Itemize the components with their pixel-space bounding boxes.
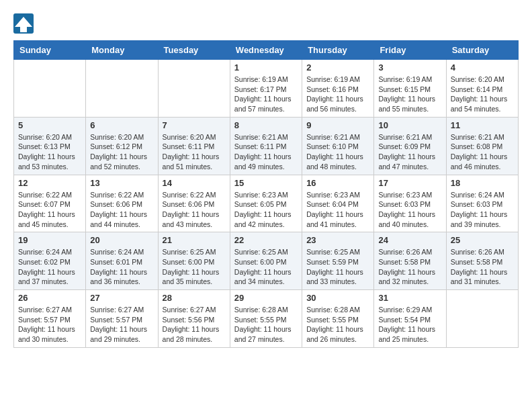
cell-info: Sunrise: 6:20 AM Sunset: 6:14 PM Dayligh… xyxy=(451,75,514,114)
calendar-cell: 27Sunrise: 6:27 AM Sunset: 5:57 PM Dayli… xyxy=(86,290,158,348)
calendar-cell: 9Sunrise: 6:21 AM Sunset: 6:10 PM Daylig… xyxy=(302,117,374,175)
weekday-header-saturday: Saturday xyxy=(446,41,518,60)
cell-info: Sunrise: 6:20 AM Sunset: 6:12 PM Dayligh… xyxy=(90,132,153,172)
calendar-cell: 7Sunrise: 6:20 AM Sunset: 6:11 PM Daylig… xyxy=(158,117,230,175)
calendar-cell: 19Sunrise: 6:24 AM Sunset: 6:02 PM Dayli… xyxy=(14,232,86,290)
weekday-header-friday: Friday xyxy=(374,41,446,60)
day-number: 7 xyxy=(163,120,226,130)
weekday-header-wednesday: Wednesday xyxy=(230,41,302,60)
calendar-cell: 10Sunrise: 6:21 AM Sunset: 6:09 PM Dayli… xyxy=(374,117,446,175)
weekday-header-thursday: Thursday xyxy=(302,41,374,60)
cell-info: Sunrise: 6:28 AM Sunset: 5:55 PM Dayligh… xyxy=(306,305,369,345)
calendar-cell: 8Sunrise: 6:21 AM Sunset: 6:11 PM Daylig… xyxy=(230,117,302,175)
logo-icon xyxy=(13,13,34,34)
cell-info: Sunrise: 6:19 AM Sunset: 6:17 PM Dayligh… xyxy=(234,75,298,114)
calendar-cell: 22Sunrise: 6:25 AM Sunset: 6:00 PM Dayli… xyxy=(230,232,302,290)
day-number: 2 xyxy=(306,62,369,73)
weekday-header-tuesday: Tuesday xyxy=(158,41,230,60)
calendar-cell: 13Sunrise: 6:22 AM Sunset: 6:06 PM Dayli… xyxy=(86,175,158,232)
weekday-header-row: SundayMondayTuesdayWednesdayThursdayFrid… xyxy=(14,41,519,60)
calendar-cell: 25Sunrise: 6:26 AM Sunset: 5:58 PM Dayli… xyxy=(446,232,518,290)
cell-info: Sunrise: 6:21 AM Sunset: 6:08 PM Dayligh… xyxy=(451,132,514,172)
cell-info: Sunrise: 6:27 AM Sunset: 5:56 PM Dayligh… xyxy=(163,305,226,345)
day-number: 6 xyxy=(90,120,153,130)
day-number: 10 xyxy=(378,120,441,130)
day-number: 19 xyxy=(18,235,81,245)
logo xyxy=(13,13,36,34)
day-number: 9 xyxy=(306,120,369,130)
calendar-cell: 26Sunrise: 6:27 AM Sunset: 5:57 PM Dayli… xyxy=(14,290,86,348)
calendar-cell: 1Sunrise: 6:19 AM Sunset: 6:17 PM Daylig… xyxy=(230,60,302,118)
cell-info: Sunrise: 6:25 AM Sunset: 6:00 PM Dayligh… xyxy=(163,247,226,287)
calendar-cell: 2Sunrise: 6:19 AM Sunset: 6:16 PM Daylig… xyxy=(302,60,374,118)
calendar-cell: 23Sunrise: 6:25 AM Sunset: 5:59 PM Dayli… xyxy=(302,232,374,290)
calendar-cell: 11Sunrise: 6:21 AM Sunset: 6:08 PM Dayli… xyxy=(446,117,518,175)
weekday-header-sunday: Sunday xyxy=(14,41,86,60)
weekday-header-monday: Monday xyxy=(86,41,158,60)
day-number: 30 xyxy=(306,293,369,303)
day-number: 8 xyxy=(234,120,298,130)
cell-info: Sunrise: 6:23 AM Sunset: 6:05 PM Dayligh… xyxy=(234,190,298,230)
day-number: 1 xyxy=(234,62,298,73)
week-row-2: 5Sunrise: 6:20 AM Sunset: 6:13 PM Daylig… xyxy=(14,117,519,175)
day-number: 11 xyxy=(451,120,514,130)
calendar-cell xyxy=(14,60,86,118)
cell-info: Sunrise: 6:20 AM Sunset: 6:11 PM Dayligh… xyxy=(163,132,226,172)
calendar-cell: 17Sunrise: 6:23 AM Sunset: 6:03 PM Dayli… xyxy=(374,175,446,232)
calendar-cell: 12Sunrise: 6:22 AM Sunset: 6:07 PM Dayli… xyxy=(14,175,86,232)
cell-info: Sunrise: 6:22 AM Sunset: 6:06 PM Dayligh… xyxy=(163,190,226,230)
cell-info: Sunrise: 6:26 AM Sunset: 5:58 PM Dayligh… xyxy=(378,247,441,287)
page-header xyxy=(13,13,519,34)
calendar-cell: 15Sunrise: 6:23 AM Sunset: 6:05 PM Dayli… xyxy=(230,175,302,232)
cell-info: Sunrise: 6:27 AM Sunset: 5:57 PM Dayligh… xyxy=(18,305,81,345)
calendar-cell: 5Sunrise: 6:20 AM Sunset: 6:13 PM Daylig… xyxy=(14,117,86,175)
cell-info: Sunrise: 6:19 AM Sunset: 6:15 PM Dayligh… xyxy=(378,75,441,114)
calendar-cell: 3Sunrise: 6:19 AM Sunset: 6:15 PM Daylig… xyxy=(374,60,446,118)
day-number: 31 xyxy=(378,293,441,303)
cell-info: Sunrise: 6:28 AM Sunset: 5:55 PM Dayligh… xyxy=(234,305,298,345)
week-row-5: 26Sunrise: 6:27 AM Sunset: 5:57 PM Dayli… xyxy=(14,290,519,348)
cell-info: Sunrise: 6:23 AM Sunset: 6:04 PM Dayligh… xyxy=(306,190,369,230)
day-number: 14 xyxy=(163,178,226,188)
cell-info: Sunrise: 6:29 AM Sunset: 5:54 PM Dayligh… xyxy=(378,305,441,345)
day-number: 16 xyxy=(306,178,369,188)
day-number: 13 xyxy=(90,178,153,188)
day-number: 26 xyxy=(18,293,81,303)
week-row-4: 19Sunrise: 6:24 AM Sunset: 6:02 PM Dayli… xyxy=(14,232,519,290)
cell-info: Sunrise: 6:21 AM Sunset: 6:10 PM Dayligh… xyxy=(306,132,369,172)
calendar-cell: 14Sunrise: 6:22 AM Sunset: 6:06 PM Dayli… xyxy=(158,175,230,232)
day-number: 17 xyxy=(378,178,441,188)
cell-info: Sunrise: 6:27 AM Sunset: 5:57 PM Dayligh… xyxy=(90,305,153,345)
day-number: 24 xyxy=(378,235,441,245)
day-number: 29 xyxy=(234,293,298,303)
week-row-3: 12Sunrise: 6:22 AM Sunset: 6:07 PM Dayli… xyxy=(14,175,519,232)
day-number: 28 xyxy=(163,293,226,303)
cell-info: Sunrise: 6:20 AM Sunset: 6:13 PM Dayligh… xyxy=(18,132,81,172)
cell-info: Sunrise: 6:22 AM Sunset: 6:07 PM Dayligh… xyxy=(18,190,81,230)
calendar-cell: 6Sunrise: 6:20 AM Sunset: 6:12 PM Daylig… xyxy=(86,117,158,175)
calendar-cell: 28Sunrise: 6:27 AM Sunset: 5:56 PM Dayli… xyxy=(158,290,230,348)
cell-info: Sunrise: 6:21 AM Sunset: 6:11 PM Dayligh… xyxy=(234,132,298,172)
calendar-cell xyxy=(446,290,518,348)
cell-info: Sunrise: 6:25 AM Sunset: 5:59 PM Dayligh… xyxy=(306,247,369,287)
calendar-cell: 29Sunrise: 6:28 AM Sunset: 5:55 PM Dayli… xyxy=(230,290,302,348)
cell-info: Sunrise: 6:25 AM Sunset: 6:00 PM Dayligh… xyxy=(234,247,298,287)
calendar-cell: 24Sunrise: 6:26 AM Sunset: 5:58 PM Dayli… xyxy=(374,232,446,290)
day-number: 18 xyxy=(451,178,514,188)
calendar-body: 1Sunrise: 6:19 AM Sunset: 6:17 PM Daylig… xyxy=(14,60,519,348)
calendar-cell xyxy=(86,60,158,118)
day-number: 20 xyxy=(90,235,153,245)
calendar-cell: 21Sunrise: 6:25 AM Sunset: 6:00 PM Dayli… xyxy=(158,232,230,290)
cell-info: Sunrise: 6:21 AM Sunset: 6:09 PM Dayligh… xyxy=(378,132,441,172)
cell-info: Sunrise: 6:24 AM Sunset: 6:02 PM Dayligh… xyxy=(18,247,81,287)
calendar-cell: 16Sunrise: 6:23 AM Sunset: 6:04 PM Dayli… xyxy=(302,175,374,232)
day-number: 5 xyxy=(18,120,81,130)
day-number: 25 xyxy=(451,235,514,245)
calendar-cell: 30Sunrise: 6:28 AM Sunset: 5:55 PM Dayli… xyxy=(302,290,374,348)
calendar-cell xyxy=(158,60,230,118)
day-number: 12 xyxy=(18,178,81,188)
week-row-1: 1Sunrise: 6:19 AM Sunset: 6:17 PM Daylig… xyxy=(14,60,519,118)
calendar-cell: 4Sunrise: 6:20 AM Sunset: 6:14 PM Daylig… xyxy=(446,60,518,118)
cell-info: Sunrise: 6:22 AM Sunset: 6:06 PM Dayligh… xyxy=(90,190,153,230)
calendar-cell: 18Sunrise: 6:24 AM Sunset: 6:03 PM Dayli… xyxy=(446,175,518,232)
